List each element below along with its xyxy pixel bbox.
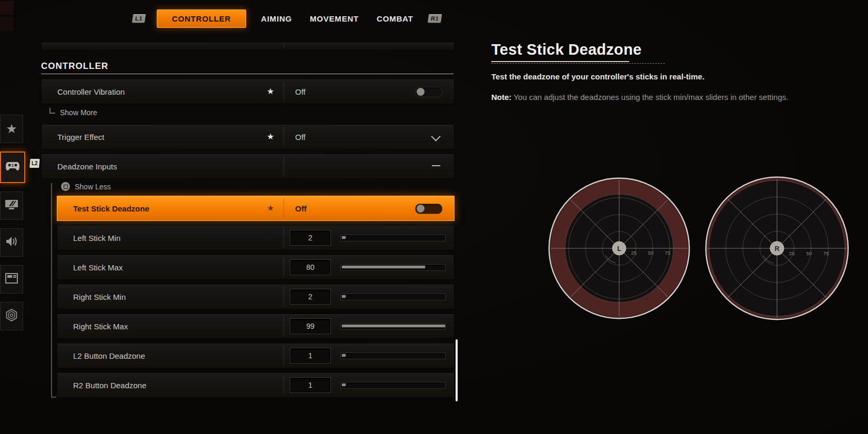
slider-fill	[342, 236, 346, 239]
tab-combat[interactable]: COMBAT	[374, 10, 417, 27]
setting-label: Right Stick Min	[57, 292, 126, 301]
column-divider	[284, 82, 284, 102]
left-stick-max-slider[interactable]	[340, 264, 446, 271]
setting-label: R2 Button Deadzone	[57, 381, 146, 390]
setting-row-right-stick-min[interactable]: Right Stick Min 2	[57, 284, 455, 309]
vibration-toggle[interactable]	[415, 87, 442, 97]
show-more-link[interactable]: Show More	[49, 108, 97, 117]
column-divider	[284, 375, 284, 395]
setting-label: Right Stick Max	[57, 322, 128, 331]
favorite-star-icon: ★	[267, 86, 274, 96]
slider-fill	[342, 266, 425, 268]
left-stick-min-value[interactable]: 2	[290, 230, 331, 246]
tree-corner-icon	[49, 108, 55, 114]
right-stick-max-value[interactable]: 99	[290, 318, 331, 334]
l2-deadzone-value[interactable]: 1	[290, 348, 331, 364]
setting-value: Off	[295, 87, 306, 96]
right-stick-deadzone-gauge: 255075R	[703, 174, 851, 322]
tab-aiming[interactable]: AIMING	[258, 10, 295, 27]
show-more-label: Show More	[60, 108, 97, 117]
tab-movement[interactable]: MOVEMENT	[307, 10, 362, 27]
sidebar-item-interface[interactable]	[0, 265, 23, 294]
accessibility-hex-icon	[5, 309, 18, 324]
column-divider	[284, 257, 284, 277]
setting-label: Controller Vibration	[42, 87, 125, 96]
chevron-down-icon[interactable]	[431, 132, 440, 141]
toggle-knob	[417, 88, 425, 96]
l2-deadzone-slider[interactable]	[340, 352, 446, 359]
left-stick-deadzone-gauge: 255075L	[546, 175, 692, 321]
settings-tabbar: L1 CONTROLLER AIMING MOVEMENT COMBAT R1	[133, 9, 441, 28]
setting-row-r2-button-deadzone[interactable]: R2 Button Deadzone 1	[57, 372, 455, 398]
setting-row-controller-vibration[interactable]: Controller Vibration ★ Off	[41, 79, 455, 104]
settings-screen: L1 CONTROLLER AIMING MOVEMENT COMBAT R1 …	[0, 0, 868, 434]
left-stick-min-slider[interactable]	[340, 235, 446, 241]
favorite-star-icon: ★	[267, 203, 274, 213]
right-stick-max-slider[interactable]	[340, 323, 446, 330]
setting-row-right-stick-max[interactable]: Right Stick Max 99	[57, 314, 455, 339]
setting-value: Off	[295, 204, 307, 213]
column-divider	[284, 228, 284, 248]
r2-deadzone-value[interactable]: 1	[290, 377, 331, 393]
ring-tick-label: 75	[823, 250, 829, 256]
ring-tick-label: 25	[631, 250, 637, 256]
ring-tick-label: 25	[789, 250, 795, 256]
tree-line	[51, 183, 52, 398]
setting-label: Test Stick Deadzone	[57, 204, 149, 213]
column-divider	[284, 156, 284, 176]
stick-center-label: L	[617, 245, 621, 253]
settings-category-sidebar: ★ L2	[0, 115, 24, 339]
interface-layout-icon	[5, 273, 18, 286]
left-stick-max-value[interactable]: 80	[290, 259, 331, 275]
audio-speaker-icon	[5, 236, 18, 249]
left-stick-gauge-svg: 255075L	[546, 175, 692, 321]
list-scrollbar-thumb[interactable]	[456, 339, 458, 401]
note-text: You can adjust the deadzones using the s…	[511, 93, 788, 102]
clipped-row	[41, 42, 455, 51]
favorite-star-icon: ★	[267, 132, 274, 142]
setting-row-test-stick-deadzone[interactable]: Test Stick Deadzone ★ Off	[57, 196, 455, 221]
test-stick-toggle[interactable]	[415, 204, 442, 214]
setting-label: Deadzone Inputs	[42, 162, 117, 171]
setting-row-trigger-effect[interactable]: Trigger Effect ★ Off	[41, 124, 455, 149]
show-less-label: Show Less	[75, 183, 110, 191]
detail-note: Note: You can adjust the deadzones using…	[491, 93, 860, 102]
ring-tick-label: 50	[806, 250, 812, 256]
sidebar-item-favorites[interactable]: ★	[0, 115, 23, 143]
slider-fill	[342, 325, 445, 327]
collapse-minus-icon[interactable]	[432, 165, 440, 166]
gamepad-icon	[5, 161, 20, 174]
right-stick-min-slider[interactable]	[340, 294, 446, 300]
r2-deadzone-slider[interactable]	[340, 382, 446, 389]
favorites-star-icon: ★	[6, 123, 17, 135]
tab-controller[interactable]: CONTROLLER	[157, 9, 246, 28]
sidebar-item-graphics[interactable]	[0, 191, 23, 220]
setting-label: L2 Button Deadzone	[57, 351, 145, 360]
column-divider	[284, 287, 284, 307]
column-divider	[284, 198, 284, 218]
show-less-link[interactable]: Show Less	[61, 182, 110, 191]
setting-label: Trigger Effect	[42, 133, 104, 142]
l2-shoulder-badge: L2	[29, 159, 40, 168]
stick-center-label: R	[774, 245, 779, 253]
corner-deco	[0, 17, 14, 31]
setting-row-left-stick-min[interactable]: Left Stick Min 2	[57, 225, 455, 250]
slider-fill	[342, 383, 346, 386]
corner-deco	[0, 1, 14, 15]
note-label: Note:	[491, 93, 511, 102]
right-stick-gauge-svg: 255075R	[703, 174, 851, 322]
setting-row-deadzone-inputs[interactable]: Deadzone Inputs	[41, 154, 455, 179]
title-underline-tail	[491, 63, 665, 64]
sidebar-item-controller[interactable]	[0, 152, 25, 183]
right-stick-min-value[interactable]: 2	[290, 289, 331, 305]
ring-tick-label: 75	[665, 250, 671, 256]
detail-panel: Test Stick Deadzone Test the deadzone of…	[491, 41, 860, 102]
setting-row-left-stick-max[interactable]: Left Stick Max 80	[57, 255, 455, 280]
setting-label: Left Stick Min	[57, 234, 120, 243]
toggle-knob	[417, 205, 425, 213]
sidebar-item-accessibility[interactable]	[0, 302, 23, 330]
setting-label: Left Stick Max	[57, 263, 123, 272]
sidebar-item-audio[interactable]	[0, 228, 23, 257]
l1-shoulder-badge: L1	[132, 14, 146, 23]
setting-row-l2-button-deadzone[interactable]: L2 Button Deadzone 1	[57, 343, 455, 368]
